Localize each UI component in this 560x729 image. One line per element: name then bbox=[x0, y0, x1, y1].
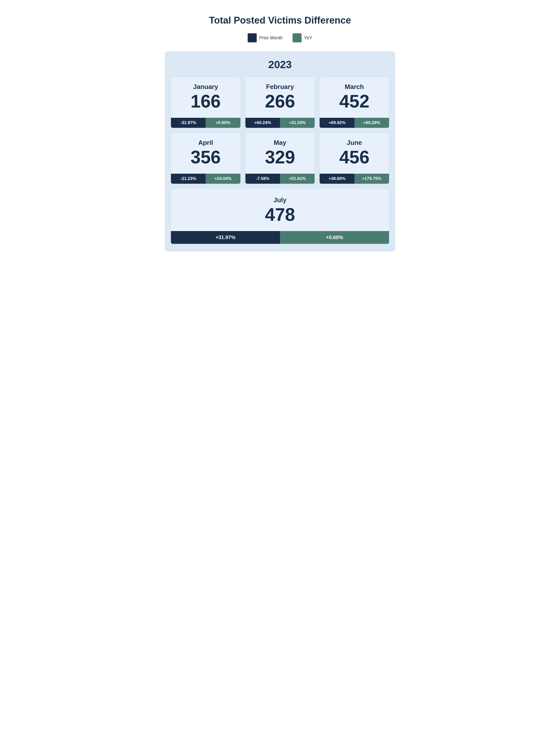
month-yoy-pct: +60.28% bbox=[354, 118, 389, 128]
month-footer: +38.60% +179.75% bbox=[320, 174, 389, 184]
month-value: 452 bbox=[325, 92, 384, 110]
month-prior-pct: -31.97% bbox=[171, 118, 206, 128]
month-footer: +69.92% +60.28% bbox=[320, 118, 389, 128]
july-prior-pct: +31.97% bbox=[171, 231, 280, 244]
month-prior-pct: -21.23% bbox=[171, 174, 206, 184]
month-card-april: April 356 -21.23% +24.04% bbox=[171, 133, 241, 184]
month-yoy-pct: +179.75% bbox=[354, 174, 389, 184]
month-yoy-pct: +0.60% bbox=[206, 118, 240, 128]
month-footer: -21.23% +24.04% bbox=[171, 174, 240, 184]
july-yoy-pct: +0.60% bbox=[280, 231, 389, 244]
july-card-body: July 478 bbox=[171, 189, 389, 231]
page-container: Total Posted Victims Difference Prior Mo… bbox=[165, 10, 395, 252]
yoy-swatch bbox=[293, 33, 302, 42]
month-card-body: June 456 bbox=[320, 133, 389, 174]
july-footer: +31.97% +0.60% bbox=[171, 231, 389, 244]
months-grid: January 166 -31.97% +0.60% February 266 … bbox=[171, 77, 389, 184]
legend-yoy: YoY bbox=[293, 33, 312, 42]
month-yoy-pct: +51.61% bbox=[280, 174, 315, 184]
month-prior-pct: +69.92% bbox=[320, 118, 354, 128]
month-value: 166 bbox=[176, 92, 235, 110]
month-yoy-pct: +31.03% bbox=[280, 118, 315, 128]
month-name: March bbox=[325, 83, 384, 91]
month-name: February bbox=[250, 83, 310, 91]
month-name: May bbox=[250, 139, 310, 147]
month-card-june: June 456 +38.60% +179.75% bbox=[319, 133, 389, 184]
month-footer: -7.58% +51.61% bbox=[245, 174, 315, 184]
month-card-may: May 329 -7.58% +51.61% bbox=[245, 133, 315, 184]
yoy-label: YoY bbox=[304, 35, 312, 41]
month-card-january: January 166 -31.97% +0.60% bbox=[171, 77, 241, 128]
month-name: June bbox=[325, 139, 384, 147]
legend-prior-month: Prior Month bbox=[248, 33, 283, 42]
month-value: 329 bbox=[250, 148, 310, 166]
month-card-body: April 356 bbox=[171, 133, 240, 174]
july-card: July 478 +31.97% +0.60% bbox=[171, 189, 389, 244]
month-card-march: March 452 +69.92% +60.28% bbox=[319, 77, 389, 128]
month-prior-pct: -7.58% bbox=[245, 174, 280, 184]
page-title: Total Posted Victims Difference bbox=[165, 10, 395, 26]
year-section: 2023 January 166 -31.97% +0.60% February… bbox=[165, 51, 395, 252]
month-card-body: March 452 bbox=[320, 77, 389, 118]
legend: Prior Month YoY bbox=[165, 33, 395, 42]
month-value: 266 bbox=[250, 92, 310, 110]
year-heading: 2023 bbox=[171, 59, 389, 71]
month-card-body: May 329 bbox=[245, 133, 315, 174]
month-card-body: February 266 bbox=[245, 77, 315, 118]
month-prior-pct: +38.60% bbox=[320, 174, 354, 184]
prior-month-label: Prior Month bbox=[259, 35, 283, 41]
july-name: July bbox=[176, 196, 384, 204]
month-card-body: January 166 bbox=[171, 77, 240, 118]
prior-month-swatch bbox=[248, 33, 257, 42]
month-yoy-pct: +24.04% bbox=[206, 174, 240, 184]
month-card-february: February 266 +60.24% +31.03% bbox=[245, 77, 315, 128]
july-value: 478 bbox=[176, 206, 384, 224]
month-value: 356 bbox=[176, 148, 235, 166]
month-name: April bbox=[176, 139, 235, 147]
month-footer: -31.97% +0.60% bbox=[171, 118, 240, 128]
month-value: 456 bbox=[325, 148, 384, 166]
month-prior-pct: +60.24% bbox=[245, 118, 280, 128]
month-name: January bbox=[176, 83, 235, 91]
month-footer: +60.24% +31.03% bbox=[245, 118, 315, 128]
